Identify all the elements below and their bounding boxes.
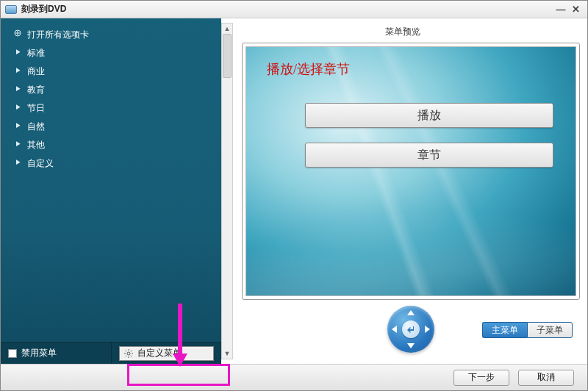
sidebar-item-nature[interactable]: 自然 — [15, 118, 221, 136]
enter-icon — [406, 324, 416, 334]
svg-line-8 — [125, 355, 126, 356]
sidebar-item-standard[interactable]: 标准 — [15, 44, 221, 62]
preview-frame: 播放/选择章节 播放 章节 — [242, 43, 580, 300]
titlebar: 刻录到DVD — ✕ — [1, 1, 587, 18]
sidebar-item-label: 节日 — [27, 103, 45, 113]
disable-menu-checkbox[interactable] — [8, 349, 17, 358]
main-menu-tab[interactable]: 主菜单 — [482, 322, 527, 338]
dpad-left-button[interactable] — [392, 326, 397, 333]
sidebar-item-label: 自然 — [27, 121, 45, 132]
customize-menu-label: 自定义菜单 — [137, 347, 182, 359]
svg-line-7 — [130, 355, 131, 356]
dpad-up-button[interactable] — [407, 310, 415, 315]
scroll-down-icon[interactable]: ▼ — [222, 348, 232, 359]
window-title: 刻录到DVD — [21, 3, 553, 15]
close-button[interactable]: ✕ — [568, 4, 583, 15]
cancel-button[interactable]: 取消 — [518, 370, 574, 386]
app-window: 刻录到DVD — ✕ 打开所有选项卡 标准 商业 教育 节日 自然 其他 自定义 — [0, 0, 588, 391]
sidebar-item-label: 自定义 — [27, 158, 54, 168]
menu-chapter-button[interactable]: 章节 — [305, 143, 553, 168]
expand-all-icon — [14, 29, 21, 37]
app-icon — [5, 5, 17, 14]
sidebar-item-label: 标准 — [27, 48, 45, 58]
customize-menu-button[interactable]: 自定义菜单 — [119, 346, 215, 361]
svg-point-1 — [127, 352, 130, 355]
dpad-right-button[interactable] — [425, 326, 430, 333]
menu-switch: 主菜单 子菜单 — [482, 322, 573, 338]
svg-line-6 — [125, 350, 126, 351]
menu-heading: 播放/选择章节 — [267, 60, 350, 78]
preview-title: 菜单预览 — [226, 23, 580, 43]
sidebar: 打开所有选项卡 标准 商业 教育 节日 自然 其他 自定义 禁用菜单 — [1, 18, 221, 364]
disable-menu-label: 禁用菜单 — [21, 347, 57, 359]
sidebar-list: 打开所有选项卡 标准 商业 教育 节日 自然 其他 自定义 — [1, 18, 221, 173]
sidebar-item-label: 打开所有选项卡 — [27, 29, 89, 40]
main-panel: ▲ ▼ 菜单预览 播放/选择章节 播放 章节 — [221, 18, 587, 364]
sidebar-item-label: 教育 — [27, 85, 45, 95]
footer: 下一步 取消 — [1, 364, 587, 390]
sidebar-item-holiday[interactable]: 节日 — [15, 99, 221, 118]
menu-play-button[interactable]: 播放 — [305, 103, 553, 128]
gear-icon — [124, 349, 133, 358]
sidebar-item-label: 其他 — [27, 140, 45, 150]
sidebar-item-other[interactable]: 其他 — [15, 136, 221, 154]
scrollbar-thumb[interactable] — [223, 34, 232, 78]
scroll-up-icon[interactable]: ▲ — [222, 24, 232, 34]
preview-controls: 主菜单 子菜单 — [242, 306, 580, 353]
disable-menu-group: 禁用菜单 — [1, 342, 112, 364]
next-button[interactable]: 下一步 — [453, 370, 509, 386]
menu-preview: 播放/选择章节 播放 章节 — [245, 46, 576, 296]
sidebar-item-custom[interactable]: 自定义 — [15, 154, 221, 173]
dpad-enter-button[interactable] — [402, 320, 420, 338]
sidebar-item-open-all[interactable]: 打开所有选项卡 — [15, 26, 221, 44]
sidebar-item-label: 商业 — [27, 66, 45, 76]
dpad — [387, 306, 434, 353]
sidebar-item-education[interactable]: 教育 — [15, 81, 221, 99]
dpad-down-button[interactable] — [407, 343, 415, 348]
svg-line-9 — [130, 350, 131, 351]
sidebar-bottom-bar: 禁用菜单 自定义菜单 — [1, 342, 221, 364]
template-scrollbar[interactable]: ▲ ▼ — [221, 23, 233, 359]
sub-menu-tab[interactable]: 子菜单 — [527, 322, 573, 338]
sidebar-item-business[interactable]: 商业 — [15, 62, 221, 81]
minimize-button[interactable]: — — [553, 4, 568, 15]
